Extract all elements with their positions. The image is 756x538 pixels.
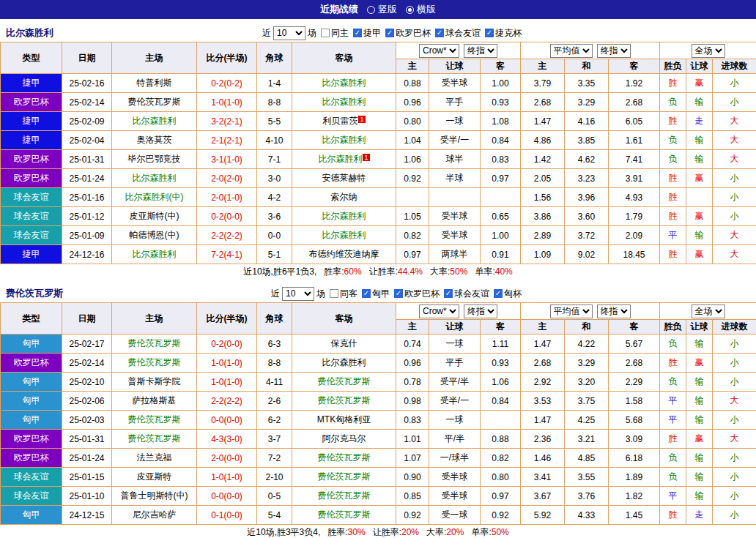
away-team[interactable]: 比尔森胜利 [292, 74, 396, 93]
score[interactable]: 4-3(3-0) [197, 430, 257, 449]
odds-source-select[interactable]: 平均值 [550, 305, 593, 318]
away-team[interactable]: 费伦茨瓦罗斯 [292, 449, 396, 468]
result-flag: 胜 [660, 245, 686, 264]
match-row: 捷甲24-12-16比尔森胜利7-2(4-1)5-1布德约维茨迪纳摩0.97两球… [1, 245, 756, 264]
odds-source-select[interactable]: 全场 [692, 44, 725, 58]
results-table: 类型日期主场比分(半场)角球客场Crow*终指平均值终指全场主让球客主和客胜负让… [0, 302, 756, 525]
home-team[interactable]: 费伦茨瓦罗斯 [112, 93, 197, 112]
odds-source-select[interactable]: Crow* [419, 44, 459, 58]
result-flag: 输 [686, 392, 713, 411]
score[interactable]: 1-0(1-0) [197, 468, 257, 487]
league-badge: 欧罗巴杯 [1, 430, 62, 449]
home-team[interactable]: 费伦茨瓦罗斯 [112, 430, 197, 449]
filter-checkbox[interactable]: ✓欧罗巴杯 [394, 288, 440, 300]
home-team[interactable]: 法兰克福 [112, 449, 197, 468]
filter-checkbox[interactable]: ✓匈甲 [362, 288, 390, 300]
score[interactable]: 0-0(0-0) [197, 411, 257, 430]
home-team[interactable]: 奥洛莫茨 [112, 131, 197, 150]
odds-source-select[interactable]: 全场 [692, 305, 725, 318]
home-team[interactable]: 比尔森胜利 [112, 245, 197, 264]
away-team[interactable]: 比尔森胜利 [292, 226, 396, 245]
away-team[interactable]: 比尔森胜利 [292, 207, 396, 226]
odds-source-select[interactable]: 终指 [464, 305, 497, 318]
home-team[interactable]: 皮亚斯特(中) [112, 207, 197, 226]
score[interactable]: 0-2(0-0) [197, 335, 257, 354]
away-team[interactable]: 费伦茨瓦罗斯 [292, 487, 396, 506]
filter-checkbox[interactable]: ✓捷克杯 [485, 27, 522, 40]
home-team[interactable]: 特普利斯 [112, 74, 197, 93]
score[interactable]: 0-0(0-0) [197, 487, 257, 506]
odds-group-header: 平均值终指 [521, 42, 660, 59]
home-team[interactable]: 比尔森胜利 [112, 112, 197, 131]
filter-checkbox[interactable]: ✓球会友谊 [444, 288, 489, 300]
away-team[interactable]: 比尔森胜利 [292, 354, 396, 373]
score[interactable]: 2-2(2-2) [197, 226, 257, 245]
odds-source-select[interactable]: Crow* [419, 305, 459, 318]
team-name-text: 帕德博恩(中) [130, 230, 179, 240]
filter-checkbox[interactable]: ✓欧罗巴杯 [385, 27, 431, 40]
filter-checkbox[interactable]: ✓球会友谊 [435, 27, 481, 40]
score[interactable]: 0-2(0-0) [197, 207, 257, 226]
home-team[interactable]: 费伦茨瓦罗斯 [112, 354, 197, 373]
filter-checkbox[interactable]: ✓捷甲 [353, 27, 381, 40]
away-team[interactable]: 比尔森胜利 [292, 131, 396, 150]
away-team[interactable]: 费伦茨瓦罗斯 [292, 373, 396, 392]
home-team[interactable]: 尼尔吉哈萨 [112, 506, 197, 525]
home-team[interactable]: 比尔森胜利 [112, 169, 197, 188]
away-team[interactable]: 利贝雷茨1 [292, 112, 396, 131]
avg-odds-value: 3.41 [521, 468, 565, 487]
score[interactable]: 3-2(2-1) [197, 112, 257, 131]
away-team[interactable]: 保克什 [292, 335, 396, 354]
home-team[interactable]: 皮亚斯特 [112, 468, 197, 487]
odds-source-select[interactable]: 终指 [597, 305, 631, 318]
odds-group-header: 全场 [660, 303, 756, 320]
away-team[interactable]: MTK匈格利亚 [292, 411, 396, 430]
home-team[interactable]: 普鲁士明斯特(中) [112, 487, 197, 506]
stat-label: 胜率: [324, 266, 344, 277]
away-team[interactable]: 费伦茨瓦罗斯 [292, 468, 396, 487]
score[interactable]: 7-2(4-1) [197, 245, 257, 264]
score[interactable]: 1-0(1-0) [197, 93, 257, 112]
away-team[interactable]: 阿尔克马尔 [292, 430, 396, 449]
result-flag: 大 [713, 226, 756, 245]
home-team[interactable]: 萨拉格斯基 [112, 392, 197, 411]
match-count-select[interactable]: 10 [273, 26, 305, 40]
score[interactable]: 0-1(0-0) [197, 506, 257, 525]
away-team[interactable]: 费伦茨瓦罗斯 [292, 392, 396, 411]
sub-column-header: 主 [521, 59, 565, 74]
filter-checkbox[interactable]: 同主 [321, 27, 349, 40]
home-team[interactable]: 普斯卡斯学院 [112, 373, 197, 392]
layout-radio-vertical[interactable]: 竖版 [367, 3, 397, 16]
home-team[interactable]: 费伦茨瓦罗斯 [112, 335, 197, 354]
home-team[interactable]: 毕尔巴鄂竞技 [112, 150, 197, 169]
score[interactable]: 3-1(1-0) [197, 150, 257, 169]
away-team[interactable]: 比尔森胜利1 [292, 150, 396, 169]
home-team[interactable]: 费伦茨瓦罗斯 [112, 411, 197, 430]
league-badge: 球会友谊 [1, 207, 62, 226]
score[interactable]: 0-2(0-2) [197, 74, 257, 93]
filter-checkbox[interactable]: 同客 [330, 288, 357, 300]
home-team[interactable]: 比尔森胜利(中) [112, 188, 197, 207]
score[interactable]: 1-0(1-0) [197, 354, 257, 373]
away-team[interactable]: 索尔纳 [292, 188, 396, 207]
filter-checkbox[interactable]: ✓匈杯 [494, 288, 522, 300]
corner-score: 8-8 [257, 93, 292, 112]
away-team[interactable]: 安德莱赫特 [292, 169, 396, 188]
score[interactable]: 2-2(2-2) [197, 392, 257, 411]
odds-source-select[interactable]: 平均值 [550, 44, 593, 58]
score[interactable]: 2-1(2-1) [197, 131, 257, 150]
odds-source-select[interactable]: 终指 [464, 44, 497, 58]
page-title: 近期战绩 [320, 3, 358, 16]
score[interactable]: 2-0(0-0) [197, 449, 257, 468]
column-header: 比分(半场) [197, 303, 257, 335]
layout-radio-horizontal[interactable]: 横版 [406, 3, 436, 16]
odds-source-select[interactable]: 终指 [597, 44, 631, 58]
score[interactable]: 1-0(1-0) [197, 373, 257, 392]
away-team[interactable]: 布德约维茨迪纳摩 [292, 245, 396, 264]
match-count-select[interactable]: 10 [282, 287, 314, 301]
away-team[interactable]: 费伦茨瓦罗斯 [292, 506, 396, 525]
score[interactable]: 2-0(2-0) [197, 169, 257, 188]
away-team[interactable]: 比尔森胜利 [292, 93, 396, 112]
home-team[interactable]: 帕德博恩(中) [112, 226, 197, 245]
score[interactable]: 2-0(1-0) [197, 188, 257, 207]
